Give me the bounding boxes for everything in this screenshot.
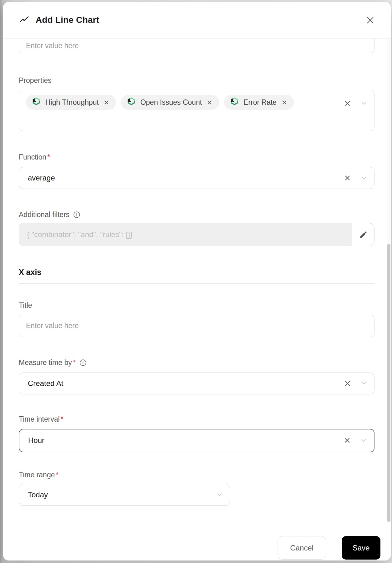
cancel-button[interactable]: Cancel [278,536,326,560]
modal-footer: Cancel Save [3,522,391,560]
info-icon[interactable] [73,211,80,218]
scrollbar-thumb[interactable] [387,244,390,522]
time-range-label-text: Time range [19,471,55,479]
properties-label-text: Properties [19,76,52,85]
time-range-value: Today [28,490,48,499]
clear-icon[interactable] [344,100,351,107]
required-asterisk: * [47,153,50,161]
chevron-down-icon[interactable] [361,439,366,442]
time-interval-label-text: Time interval [19,415,60,424]
clear-icon[interactable] [344,175,351,181]
modal-header: Add Line Chart [3,2,391,38]
close-icon [366,16,374,24]
function-label-text: Function [19,153,46,161]
required-asterisk: * [73,358,76,367]
time-range-select[interactable]: Today [19,484,230,506]
property-chip-high-throughput: High Throughput [26,95,116,110]
close-button[interactable] [363,13,377,27]
chip-remove-icon[interactable] [282,100,287,105]
chevron-down-icon[interactable] [362,176,366,180]
chevron-down-icon[interactable] [362,102,366,105]
measure-time-by-label-text: Measure time by [19,358,72,367]
chevron-down-icon[interactable] [362,382,366,385]
property-chip-open-issues-count: Open Issues Count [121,95,219,110]
measure-time-by-value: Created At [28,379,63,388]
chip-label: Open Issues Count [140,98,202,107]
title-input[interactable] [19,315,374,337]
properties-label: Properties [19,76,374,85]
title-label: Title [19,301,374,310]
info-icon[interactable] [79,359,87,366]
blueprint-cube-icon [127,97,136,108]
title-label-text: Title [19,301,32,310]
time-interval-label: Time interval* [19,415,374,424]
value-input[interactable] [19,38,374,53]
pencil-icon [359,231,368,239]
measure-time-by-label: Measure time by* [19,358,374,367]
function-select[interactable]: average [19,167,374,189]
section-divider [19,283,374,284]
blueprint-cube-icon [230,97,239,108]
modal-title: Add Line Chart [36,15,99,25]
x-axis-heading: X axis [19,268,374,277]
function-label: Function* [19,153,374,161]
save-button[interactable]: Save [342,536,380,560]
clear-icon[interactable] [344,437,350,444]
chip-label: Error Rate [244,98,277,107]
additional-filters-placeholder: { "combinator": "and", "rules": []} [27,230,133,239]
modal-body: Properties High Throughput [3,38,391,522]
chevron-down-icon[interactable] [217,493,222,496]
chip-remove-icon[interactable] [207,100,212,105]
additional-filters-row: { "combinator": "and", "rules": []} [19,223,374,246]
time-interval-value: Hour [28,436,44,445]
time-range-label: Time range* [19,471,374,479]
required-asterisk: * [56,471,58,479]
property-chip-error-rate: Error Rate [224,95,294,110]
blueprint-cube-icon [32,97,41,108]
chip-remove-icon[interactable] [104,100,109,105]
additional-filters-label: Additional filters [19,210,374,219]
properties-chips: High Throughput Open Issues Count [26,95,327,110]
function-select-value: average [28,174,55,182]
additional-filters-label-text: Additional filters [19,210,69,219]
additional-filters-input[interactable]: { "combinator": "and", "rules": []} [19,223,352,246]
edit-filters-button[interactable] [352,223,374,246]
properties-multiselect[interactable]: High Throughput Open Issues Count [19,90,374,131]
time-interval-select[interactable]: Hour [19,429,374,452]
line-chart-icon [19,16,30,24]
clear-icon[interactable] [344,380,351,387]
measure-time-by-select[interactable]: Created At [19,373,374,394]
add-line-chart-modal: Add Line Chart Properties [3,2,391,560]
chip-label: High Throughput [45,98,99,107]
required-asterisk: * [61,415,63,424]
